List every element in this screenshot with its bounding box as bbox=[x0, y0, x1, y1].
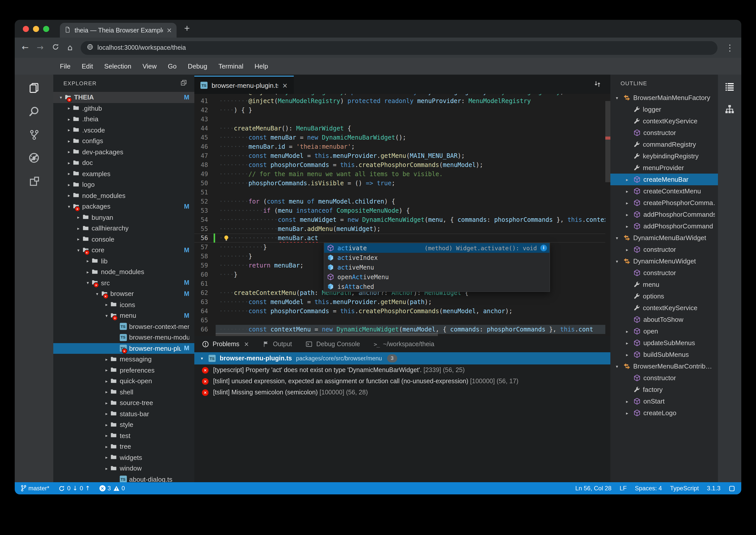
tree-item-tree[interactable]: ▸tree bbox=[53, 441, 194, 452]
chevron-right-icon[interactable]: ▸ bbox=[103, 444, 110, 449]
close-panel-tab-button[interactable]: × bbox=[244, 341, 249, 348]
chevron-right-icon[interactable]: ▸ bbox=[624, 410, 631, 415]
menu-view[interactable]: View bbox=[137, 63, 162, 70]
chevron-right-icon[interactable]: ▸ bbox=[103, 422, 110, 427]
tree-item-callhierarchy[interactable]: ▸callhierarchy bbox=[53, 223, 194, 234]
tree-item-quick-open[interactable]: ▸quick-open bbox=[53, 376, 194, 386]
tree-item-doc[interactable]: ▸doc bbox=[53, 157, 194, 168]
editor-horizontal-scrollbar[interactable] bbox=[216, 333, 605, 336]
outline-item-updatesubmenus[interactable]: ▸updateSubMenus bbox=[610, 337, 718, 349]
outline-item-contextkeyservice[interactable]: contextKeyService bbox=[610, 302, 718, 314]
code-line-63[interactable]: 63········const menuModel = this.menuPro… bbox=[194, 297, 605, 307]
code-line-45[interactable]: 45········const menuBar = new DynamicMen… bbox=[194, 133, 605, 142]
status-item[interactable]: ×30 bbox=[99, 485, 125, 492]
tree-item-test[interactable]: ▸test bbox=[53, 430, 194, 441]
code-line-50[interactable]: 50········phosphorCommands.isVisible = (… bbox=[194, 179, 605, 188]
chevron-right-icon[interactable]: ▸ bbox=[103, 411, 110, 416]
outline-item-dynamicmenuwidget[interactable]: ▾DynamicMenuWidget bbox=[610, 255, 718, 267]
chevron-right-icon[interactable]: ▸ bbox=[103, 357, 110, 362]
tree-item-status-bar[interactable]: ▸status-bar bbox=[53, 408, 194, 419]
tree-item-bunyan[interactable]: ▸bunyan bbox=[53, 212, 194, 223]
chevron-right-icon[interactable]: ▸ bbox=[66, 182, 72, 187]
code-line-48[interactable]: 48········const phosphorCommands = this.… bbox=[194, 160, 605, 170]
chevron-right-icon[interactable]: ▸ bbox=[624, 352, 631, 357]
chevron-right-icon[interactable]: ▸ bbox=[624, 340, 631, 346]
code-line-52[interactable]: 52········for (const menu of menuModel.c… bbox=[194, 197, 605, 206]
chevron-down-icon[interactable]: ▾ bbox=[66, 204, 72, 209]
code-line-40[interactable]: 40········@inject(KeybindingRegistry) pr… bbox=[194, 94, 605, 97]
problem-row-1[interactable]: ×[typescript] Property 'act' does not ex… bbox=[194, 364, 610, 376]
chevron-right-icon[interactable]: ▸ bbox=[624, 247, 631, 252]
chevron-down-icon[interactable]: ▾ bbox=[200, 356, 204, 361]
chevron-right-icon[interactable]: ▸ bbox=[66, 128, 72, 133]
chevron-down-icon[interactable]: ▾ bbox=[57, 95, 65, 100]
chevron-down-icon[interactable]: ▾ bbox=[613, 235, 621, 240]
chevron-right-icon[interactable]: ▸ bbox=[624, 399, 631, 404]
outline-item-createcontextmenu[interactable]: ▸createContextMenu bbox=[610, 185, 718, 197]
chevron-down-icon[interactable]: ▾ bbox=[84, 280, 91, 286]
close-tab-button[interactable]: × bbox=[166, 26, 172, 34]
minimize-window-button[interactable] bbox=[33, 26, 39, 32]
chevron-right-icon[interactable]: ▸ bbox=[624, 212, 631, 217]
chevron-right-icon[interactable]: ▸ bbox=[103, 466, 110, 471]
outline-item-commandregistry[interactable]: commandRegistry bbox=[610, 139, 718, 150]
close-window-button[interactable] bbox=[23, 26, 29, 32]
status-item[interactable]: LF bbox=[619, 485, 627, 492]
new-tab-button[interactable]: + bbox=[184, 23, 190, 34]
chevron-down-icon[interactable]: ▾ bbox=[94, 291, 101, 296]
menu-file[interactable]: File bbox=[54, 63, 76, 70]
chevron-right-icon[interactable]: ▸ bbox=[75, 215, 82, 220]
tree-item-window[interactable]: ▸window bbox=[53, 463, 194, 474]
tree-item-dev-packages[interactable]: ▸dev-packages bbox=[53, 147, 194, 157]
suggest-item-activemenu[interactable]: activeMenu bbox=[324, 263, 550, 272]
chevron-right-icon[interactable]: ▸ bbox=[66, 193, 72, 198]
zoom-window-button[interactable] bbox=[43, 26, 49, 32]
chevron-down-icon[interactable]: ▾ bbox=[613, 364, 621, 369]
tree-item-examples[interactable]: ▸examples bbox=[53, 168, 194, 179]
outline-item-menuprovider[interactable]: menuProvider bbox=[610, 162, 718, 174]
code-line-43[interactable]: 43 bbox=[194, 115, 605, 124]
class-hierarchy-icon[interactable] bbox=[724, 104, 735, 116]
tree-item-browser-menu-module-ts[interactable]: TSbrowser-menu-module.ts bbox=[53, 332, 194, 343]
outline-item-createphosphorcomma[interactable]: ▸createPhosphorComma… bbox=[610, 197, 718, 209]
outline-item-menu[interactable]: menu bbox=[610, 279, 718, 290]
outline-item-keybindingregistry[interactable]: keybindingRegistry bbox=[610, 150, 718, 162]
chevron-right-icon[interactable]: ▸ bbox=[84, 259, 91, 264]
menu-help[interactable]: Help bbox=[249, 63, 274, 70]
outline-item-factory[interactable]: factory bbox=[610, 384, 718, 395]
chevron-right-icon[interactable]: ▸ bbox=[103, 302, 110, 307]
chevron-right-icon[interactable]: ▸ bbox=[624, 200, 631, 205]
code-line-54[interactable]: 54················const menuWidget = new… bbox=[194, 215, 605, 224]
close-editor-tab-button[interactable]: × bbox=[282, 81, 288, 89]
code-line-47[interactable]: 47········const menuModel = this.menuPro… bbox=[194, 151, 605, 160]
outline-item-open[interactable]: ▸open bbox=[610, 325, 718, 337]
reload-icon[interactable] bbox=[52, 43, 59, 52]
outline-item-addphosphorcommands[interactable]: ▸addPhosphorCommands bbox=[610, 209, 718, 220]
chevron-right-icon[interactable]: ▸ bbox=[103, 433, 110, 438]
chevron-right-icon[interactable]: ▸ bbox=[103, 368, 110, 373]
forward-icon[interactable]: → bbox=[37, 44, 44, 52]
chevron-down-icon[interactable]: ▾ bbox=[75, 248, 82, 253]
tree-item-about-dialog-ts[interactable]: TSabout-dialog.ts bbox=[53, 474, 194, 482]
menu-edit[interactable]: Edit bbox=[76, 63, 99, 70]
tree-item-browser-menu-plugin-ts[interactable]: TS×browser-menu-plugin.tsM bbox=[53, 343, 194, 354]
chevron-right-icon[interactable]: ▸ bbox=[103, 390, 110, 395]
chevron-right-icon[interactable]: ▸ bbox=[103, 455, 110, 460]
status-item[interactable]: Ln 56, Col 28 bbox=[575, 485, 612, 492]
suggest-item-openactivemenu[interactable]: openActiveMenu bbox=[324, 272, 550, 282]
outline-item-options[interactable]: options bbox=[610, 290, 718, 302]
outline-item-createmenubar[interactable]: ▸createMenuBar bbox=[610, 174, 718, 185]
browser-tab[interactable]: theia — Theia Browser Example × bbox=[60, 23, 176, 38]
outline-item-logger[interactable]: logger bbox=[610, 103, 718, 115]
debug-icon[interactable] bbox=[15, 146, 53, 170]
outline-item-createlogo[interactable]: ▸createLogo bbox=[610, 407, 718, 419]
tree-item-lib[interactable]: ▸lib bbox=[53, 256, 194, 267]
search-icon[interactable] bbox=[15, 99, 53, 123]
tree-item-theia[interactable]: ▾×THEIAM bbox=[53, 92, 194, 103]
chevron-right-icon[interactable]: ▸ bbox=[624, 329, 631, 334]
panel-tab-problems[interactable]: Problems× bbox=[202, 341, 249, 348]
tree-item-source-tree[interactable]: ▸source-tree bbox=[53, 397, 194, 408]
tree-item-messaging[interactable]: ▸messaging bbox=[53, 354, 194, 365]
panel-tab-output[interactable]: Output bbox=[263, 341, 292, 348]
collapse-all-icon[interactable] bbox=[180, 79, 187, 87]
